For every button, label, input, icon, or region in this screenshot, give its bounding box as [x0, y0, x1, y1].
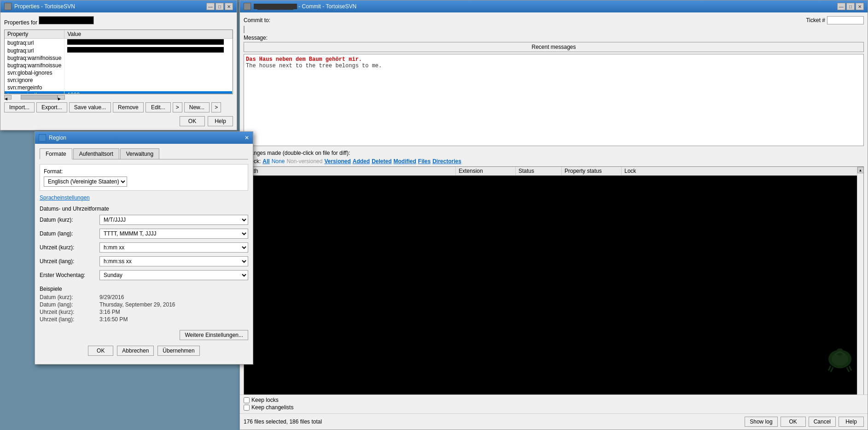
- commit-to-label: Commit to:: [244, 17, 270, 24]
- commit-close-btn[interactable]: ✕: [856, 3, 864, 10]
- commit-help-button[interactable]: Help: [839, 417, 864, 427]
- region-ok-button[interactable]: OK: [88, 346, 113, 356]
- svg-line-3: [828, 366, 831, 371]
- properties-ok-row: OK Help: [4, 116, 233, 126]
- commit-cancel-button[interactable]: Cancel: [809, 417, 836, 427]
- properties-window: Properties - TortoiseSVN — □ ✕ Propertie…: [0, 0, 237, 130]
- new-button[interactable]: New...: [184, 102, 210, 112]
- keep-locks-checkbox[interactable]: [244, 397, 250, 403]
- table-horizontal-scrollbar[interactable]: ◂ ▸: [4, 94, 233, 100]
- region-dialog: Region ✕ Formate Aufenthaltsort Verwaltu…: [35, 131, 253, 365]
- datetime-section-label: Datums- und Uhrzeitformate: [40, 206, 248, 212]
- svg-line-4: [849, 366, 851, 371]
- changes-header: Changes made (double-click on file for d…: [244, 150, 864, 156]
- commit-minimize-btn[interactable]: —: [837, 3, 845, 10]
- format-label: Format:: [44, 168, 244, 175]
- table-row[interactable]: bugtraq:warnifnoissue: [5, 54, 233, 62]
- region-close-btn[interactable]: ✕: [245, 135, 249, 141]
- datum-kurz-select[interactable]: M/T/JJJJ: [99, 215, 248, 225]
- tab-verwaltung[interactable]: Verwaltung: [120, 148, 159, 159]
- table-row[interactable]: bugtraq:warnifnoissue: [5, 62, 233, 69]
- weitere-settings-button[interactable]: Weitere Einstellungen...: [180, 330, 248, 340]
- region-ubernehmen-button[interactable]: Übernehmen: [157, 346, 199, 356]
- table-row[interactable]: bugtraq:url: [5, 47, 233, 54]
- datum-lang-select[interactable]: TTTT, MMMM T, JJJJ: [99, 229, 248, 239]
- table-row[interactable]: svn:ignore: [5, 77, 233, 84]
- properties-maximize-btn[interactable]: □: [216, 3, 224, 10]
- vertical-scrollbar[interactable]: ▲ ▼: [857, 167, 863, 408]
- save-value-button[interactable]: Save value...: [69, 102, 111, 112]
- commit-restore-btn[interactable]: □: [846, 3, 855, 10]
- format-select[interactable]: Englisch (Vereinigte Staaten): [44, 177, 127, 187]
- status-bar-text: 176 files selected, 186 files total: [244, 418, 322, 425]
- check-none[interactable]: None: [272, 158, 285, 165]
- commit-ok-button[interactable]: OK: [781, 417, 806, 427]
- properties-title-icon: [4, 3, 12, 10]
- col-property-status: Property status: [562, 167, 622, 175]
- files-table-body: [244, 176, 863, 406]
- check-added[interactable]: Added: [353, 158, 370, 165]
- changes-section: Changes made (double-click on file for d…: [244, 150, 864, 408]
- example-uhrzeit-kurz: Uhrzeit (kurz): 3:16 PM: [40, 309, 248, 315]
- scrollbar-track[interactable]: [857, 173, 863, 401]
- properties-help-button[interactable]: Help: [208, 116, 233, 126]
- edit-button[interactable]: Edit...: [146, 102, 171, 112]
- recent-messages-button[interactable]: Recent messages: [244, 42, 864, 52]
- uhrzeit-lang-select[interactable]: h:mm:ss xx: [99, 256, 248, 266]
- new-more-button[interactable]: >: [211, 102, 221, 112]
- ticket-input[interactable]: [827, 16, 864, 24]
- properties-ok-button[interactable]: OK: [180, 116, 205, 126]
- scroll-up-arrow[interactable]: ▲: [857, 167, 864, 173]
- import-button[interactable]: Import...: [4, 102, 35, 112]
- uhrzeit-lang-row: Uhrzeit (lang): h:mm:ss xx: [40, 256, 248, 266]
- region-title: Region: [49, 135, 66, 141]
- properties-minimize-btn[interactable]: —: [206, 3, 215, 10]
- check-all[interactable]: All: [262, 158, 269, 165]
- check-modified[interactable]: Modified: [394, 158, 416, 165]
- check-files[interactable]: Files: [418, 158, 431, 165]
- commit-window: ██████████ - Commit - TortoiseSVN — □ ✕ …: [239, 0, 868, 430]
- tab-aufenthaltsort[interactable]: Aufenthaltsort: [73, 148, 119, 159]
- properties-button-row: Import... Export... Save value... Remove…: [4, 102, 233, 112]
- commit-top-row: Commit to: Ticket #: [244, 16, 864, 24]
- table-row[interactable]: bugtraq:url: [5, 39, 233, 47]
- example-datum-kurz: Datum (kurz): 9/29/2016: [40, 294, 248, 300]
- region-abbrechen-button[interactable]: Abbrechen: [117, 346, 154, 356]
- table-row-selected[interactable]: tsvn:projectlanguage 1033: [5, 91, 233, 94]
- spracheinstellungen-link[interactable]: Spracheinstellungen: [40, 194, 248, 201]
- scrollbar-left-arrow[interactable]: ◂: [4, 95, 12, 100]
- erster-select[interactable]: Sunday: [99, 270, 248, 280]
- table-row[interactable]: svn:mergeinfo: [5, 84, 233, 91]
- check-row: Check: All None Non-versioned Versioned …: [244, 158, 864, 165]
- keep-locks-label: Keep locks: [251, 397, 279, 403]
- uhrzeit-kurz-select[interactable]: h:mm xx: [99, 242, 248, 253]
- check-deleted[interactable]: Deleted: [372, 158, 391, 165]
- region-content: Formate Aufenthaltsort Verwaltung Format…: [35, 144, 253, 364]
- properties-close-btn[interactable]: ✕: [225, 3, 233, 10]
- example-uhrzeit-lang-value: 3:16:50 PM: [99, 316, 128, 323]
- check-non-versioned[interactable]: Non-versioned: [286, 158, 322, 165]
- region-title-icon: [39, 134, 46, 141]
- example-uhrzeit-lang: Uhrzeit (lang): 3:16:50 PM: [40, 316, 248, 323]
- tab-formate[interactable]: Formate: [40, 148, 72, 159]
- col-property: Property: [5, 30, 64, 39]
- commit-bottom-bar: Keep locks Keep changelists 176 files se…: [240, 395, 868, 430]
- keep-changelists-label: Keep changelists: [251, 404, 293, 411]
- remove-button[interactable]: Remove: [113, 102, 144, 112]
- properties-path-value: [39, 16, 94, 24]
- files-table-container: Path Extension Status Property status Lo…: [244, 166, 864, 408]
- properties-table: Property Value bugtraq:url bugtraq:url b…: [5, 30, 233, 94]
- scrollbar-right-arrow[interactable]: ▸: [58, 95, 65, 100]
- export-button[interactable]: Export...: [36, 102, 67, 112]
- commit-to-section: Commit to:: [244, 17, 273, 24]
- examples-title: Beispiele: [40, 286, 248, 292]
- table-row[interactable]: svn:global-ignores: [5, 69, 233, 77]
- check-versioned[interactable]: Versioned: [324, 158, 350, 165]
- check-directories[interactable]: Directories: [432, 158, 461, 165]
- show-log-button[interactable]: Show log: [745, 417, 777, 427]
- scrollbar-thumb[interactable]: [21, 95, 58, 100]
- keep-changelists-checkbox[interactable]: [244, 405, 250, 411]
- erster-row: Erster Wochentag: Sunday: [40, 270, 248, 280]
- message-area[interactable]: Das Haus neben dem Baum gehört mir. The …: [244, 54, 864, 146]
- edit-more-button[interactable]: >: [173, 102, 182, 112]
